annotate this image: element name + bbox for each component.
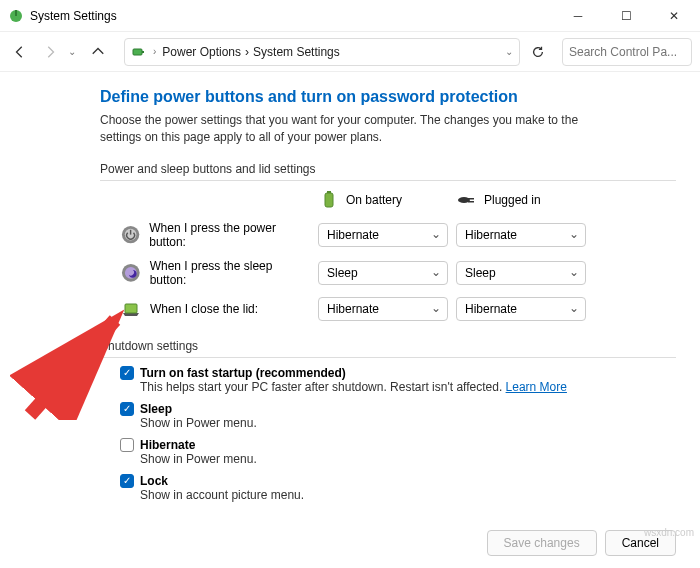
back-button[interactable] — [8, 40, 32, 64]
power-grid: On battery Plugged in When I press the p… — [120, 189, 676, 321]
lid-plugged-select[interactable]: Hibernate — [456, 297, 586, 321]
svg-rect-1 — [15, 10, 17, 16]
sleep-button-icon — [120, 262, 142, 284]
search-box[interactable] — [562, 38, 692, 66]
power-button-battery-select[interactable]: Hibernate — [318, 223, 448, 247]
up-button[interactable] — [86, 40, 110, 64]
page-heading: Define power buttons and turn on passwor… — [100, 88, 676, 106]
content: Define power buttons and turn on passwor… — [100, 88, 676, 502]
column-on-battery: On battery — [318, 189, 448, 211]
recent-dropdown-icon[interactable]: ⌄ — [68, 46, 76, 57]
hibernate-checkbox[interactable] — [120, 438, 134, 452]
divider — [100, 357, 676, 358]
fast-startup-help: This helps start your PC faster after sh… — [140, 380, 676, 394]
check-lock: Lock Show in account picture menu. — [120, 474, 676, 502]
sleep-button-battery-select[interactable]: Sleep — [318, 261, 448, 285]
page-subtext: Choose the power settings that you want … — [100, 112, 620, 146]
sleep-help: Show in Power menu. — [140, 416, 676, 430]
lock-checkbox[interactable] — [120, 474, 134, 488]
window-title: System Settings — [30, 9, 560, 23]
sleep-button-plugged-select[interactable]: Sleep — [456, 261, 586, 285]
lid-battery-select[interactable]: Hibernate — [318, 297, 448, 321]
maximize-button[interactable]: ☐ — [608, 4, 644, 28]
power-button-icon — [120, 224, 141, 246]
section-shutdown: Shutdown settings Turn on fast startup (… — [100, 339, 676, 502]
watermark: wsxdn.com — [644, 527, 694, 538]
section-power-buttons-label: Power and sleep buttons and lid settings — [100, 162, 676, 176]
titlebar: System Settings ─ ☐ ✕ — [0, 0, 700, 32]
svg-rect-7 — [468, 198, 474, 200]
divider — [100, 180, 676, 181]
breadcrumb-item-power-options[interactable]: Power Options — [162, 45, 241, 59]
row-power-button: When I press the power button: — [120, 221, 310, 249]
refresh-button[interactable] — [526, 40, 550, 64]
lock-label: Lock — [140, 474, 168, 488]
row-sleep-button: When I press the sleep button: — [120, 259, 310, 287]
svg-rect-3 — [142, 51, 144, 53]
row-lid: When I close the lid: — [120, 298, 310, 320]
battery-path-icon — [131, 44, 147, 60]
svg-rect-8 — [468, 201, 474, 203]
fast-startup-label: Turn on fast startup (recommended) — [140, 366, 346, 380]
hibernate-label: Hibernate — [140, 438, 195, 452]
hibernate-help: Show in Power menu. — [140, 452, 676, 466]
sleep-label: Sleep — [140, 402, 172, 416]
column-plugged-in: Plugged in — [456, 189, 586, 211]
control-panel-icon — [8, 8, 24, 24]
svg-rect-13 — [125, 304, 137, 313]
minimize-button[interactable]: ─ — [560, 4, 596, 28]
sleep-checkbox[interactable] — [120, 402, 134, 416]
window-controls: ─ ☐ ✕ — [560, 4, 692, 28]
svg-rect-5 — [327, 191, 331, 193]
breadcrumb: Power Options › System Settings — [162, 45, 499, 59]
svg-rect-4 — [325, 193, 333, 207]
address-bar[interactable]: › Power Options › System Settings ⌄ — [124, 38, 520, 66]
chevron-down-icon[interactable]: ⌄ — [505, 46, 513, 57]
close-button[interactable]: ✕ — [656, 4, 692, 28]
chevron-right-icon: › — [153, 46, 156, 57]
check-sleep: Sleep Show in Power menu. — [120, 402, 676, 430]
shutdown-checks: Turn on fast startup (recommended) This … — [120, 366, 676, 502]
plug-icon — [456, 189, 478, 211]
search-input[interactable] — [569, 45, 685, 59]
learn-more-link[interactable]: Learn More — [506, 380, 567, 394]
battery-icon — [318, 189, 340, 211]
chevron-right-icon: › — [245, 45, 249, 59]
toolbar: ⌄ › Power Options › System Settings ⌄ — [0, 32, 700, 72]
forward-button[interactable] — [38, 40, 62, 64]
laptop-lid-icon — [120, 298, 142, 320]
check-fast-startup: Turn on fast startup (recommended) This … — [120, 366, 676, 394]
check-hibernate: Hibernate Show in Power menu. — [120, 438, 676, 466]
save-changes-button[interactable]: Save changes — [487, 530, 597, 556]
power-button-plugged-select[interactable]: Hibernate — [456, 223, 586, 247]
breadcrumb-item-system-settings[interactable]: System Settings — [253, 45, 340, 59]
svg-rect-2 — [133, 49, 142, 55]
section-shutdown-label: Shutdown settings — [100, 339, 676, 353]
lock-help: Show in account picture menu. — [140, 488, 676, 502]
fast-startup-checkbox[interactable] — [120, 366, 134, 380]
